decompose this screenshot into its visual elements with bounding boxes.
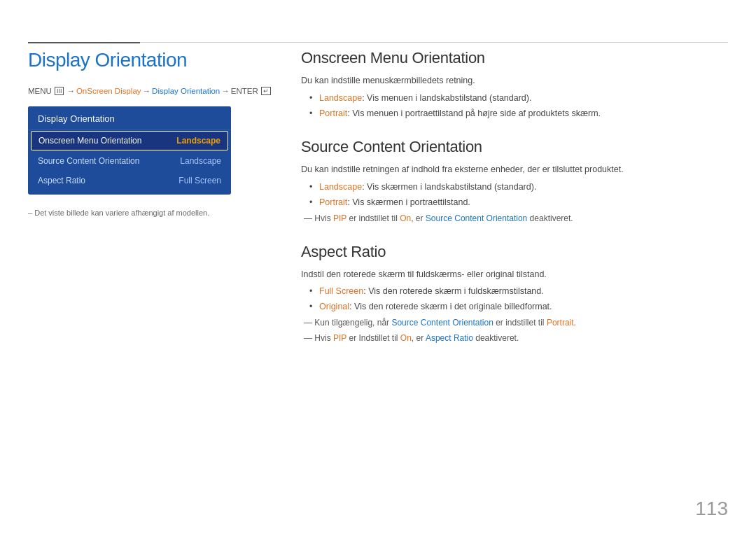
arrow2: → [143, 87, 151, 95]
portrait-label-3: Portrait [547, 318, 574, 328]
source-note-text4: deaktiveret. [527, 213, 573, 223]
osd-row-source-value: Landscape [180, 156, 221, 166]
section-source-content-title: Source Content Orientation [301, 138, 728, 156]
osd-row-aspect[interactable]: Aspect Ratio Full Screen [28, 171, 231, 190]
bullet-landscape-2: Landscape: Vis skærmen i landskabstilsta… [309, 181, 728, 194]
aspect-note2-text2: er Indstillet til [346, 333, 400, 343]
top-rule-dark [28, 42, 140, 43]
section-onscreen-menu: Onscreen Menu Orientation Du kan indstil… [301, 49, 728, 120]
page-number: 113 [695, 498, 728, 520]
on-label-2: On [400, 333, 412, 343]
pip-label-2: PIP [333, 333, 346, 343]
aspect-note-1: Kun tilgængelig, når Source Content Orie… [301, 316, 728, 329]
aspect-note2-text4: deaktiveret. [473, 333, 519, 343]
section-aspect-ratio: Aspect Ratio Indstil den roterede skærm … [301, 243, 728, 344]
source-content-label-2: Source Content Orientation [391, 318, 493, 328]
section-aspect-ratio-title: Aspect Ratio [301, 243, 728, 261]
landscape-label-1: Landscape [319, 93, 362, 103]
enter-icon: ↵ [261, 87, 271, 95]
footnote: Det viste billede kan variere afhængigt … [28, 209, 280, 217]
enter-label: ENTER [231, 87, 258, 95]
portrait-label-1: Portrait [319, 108, 347, 118]
osd-row-aspect-value: Full Screen [178, 176, 221, 185]
source-content-orientation-label: Source Content Orientation [426, 213, 527, 223]
display-orientation-link: Display Orientation [152, 87, 220, 95]
on-label-1: On [400, 213, 411, 223]
menu-path: MENU III → OnScreen Display → Display Or… [28, 87, 280, 95]
osd-row-onscreen-value: Landscape [176, 136, 220, 146]
osd-row-onscreen-label: Onscreen Menu Orientation [38, 136, 141, 146]
page-title: Display Orientation [28, 49, 280, 71]
bullet-portrait-2: Portrait: Vis skærmen i portraettilstand… [309, 196, 728, 209]
arrow1: → [66, 87, 75, 95]
aspect-ratio-label: Aspect Ratio [426, 333, 473, 343]
portrait-text-1: : Vis menuen i portraettilstand på højre… [347, 108, 601, 118]
bullet-original: Original: Vis den roterede skærm i det o… [309, 300, 728, 314]
menu-icon: III [55, 87, 64, 95]
aspect-note-2: Hvis PIP er Indstillet til On, er Aspect… [301, 332, 728, 344]
source-note-text3: , er [411, 213, 426, 223]
aspect-note2-text1: Hvis [314, 333, 333, 343]
source-note-text1: Hvis [314, 213, 333, 223]
osd-box: Display Orientation Onscreen Menu Orient… [28, 106, 231, 195]
section-onscreen-desc: Du kan indstille menuskærmbilledets retn… [301, 74, 728, 87]
osd-row-source-label: Source Content Orientation [38, 156, 139, 166]
menu-label: MENU [28, 87, 52, 95]
arrow3: → [221, 87, 230, 95]
fullscreen-text: : Vis den roterede skærm i fuldskærmstil… [363, 286, 544, 296]
section-aspect-desc: Indstil den roterede skærm til fuldskærm… [301, 268, 728, 281]
source-note: Hvis PIP er indstillet til On, er Source… [301, 212, 728, 225]
source-bullet-list: Landscape: Vis skærmen i landskabstilsta… [309, 181, 728, 209]
aspect-note1-text1: Kun tilgængelig, når [314, 318, 391, 328]
aspect-bullet-list: Full Screen: Vis den roterede skærm i fu… [309, 285, 728, 314]
left-column: Display Orientation MENU III → OnScreen … [28, 49, 280, 217]
aspect-note1-text2: er indstillet til [493, 318, 547, 328]
section-source-desc: Du kan indstille retningen af indhold fr… [301, 163, 728, 176]
osd-row-aspect-label: Aspect Ratio [38, 176, 85, 185]
bullet-fullscreen: Full Screen: Vis den roterede skærm i fu… [309, 285, 728, 298]
osd-row-onscreen[interactable]: Onscreen Menu Orientation Landscape [31, 131, 228, 150]
bullet-landscape-1: Landscape: Vis menuen i landskabstilstan… [309, 92, 728, 105]
original-text: : Vis den roterede skærm i det originale… [349, 302, 552, 311]
fullscreen-label: Full Screen [319, 286, 363, 296]
osd-header: Display Orientation [28, 106, 231, 130]
section-onscreen-menu-title: Onscreen Menu Orientation [301, 49, 728, 67]
original-label: Original [319, 302, 349, 311]
landscape-label-2: Landscape [319, 182, 362, 192]
portrait-label-2: Portrait [319, 197, 347, 207]
aspect-note1-text3: . [574, 318, 576, 328]
onscreen-display-link: OnScreen Display [76, 87, 141, 95]
bullet-portrait-1: Portrait: Vis menuen i portraettilstand … [309, 107, 728, 120]
right-column: Onscreen Menu Orientation Du kan indstil… [301, 49, 728, 363]
aspect-note2-text3: , er [412, 333, 426, 343]
landscape-text-2: : Vis skærmen i landskabstilstand (stand… [362, 182, 536, 192]
pip-label-1: PIP [333, 213, 346, 223]
section-source-content: Source Content Orientation Du kan indsti… [301, 138, 728, 224]
osd-row-source[interactable]: Source Content Orientation Landscape [28, 151, 231, 171]
landscape-text-1: : Vis menuen i landskabstilstand (standa… [362, 93, 531, 103]
onscreen-bullet-list: Landscape: Vis menuen i landskabstilstan… [309, 92, 728, 120]
source-note-text2: er indstillet til [346, 213, 400, 223]
portrait-text-2: : Vis skærmen i portraettilstand. [347, 197, 470, 207]
